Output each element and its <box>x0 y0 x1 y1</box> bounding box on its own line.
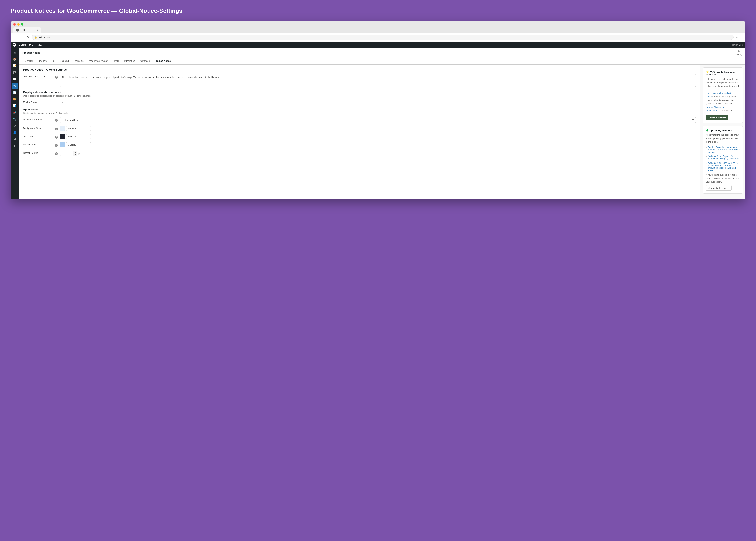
border-color-label: Border Color <box>23 142 53 146</box>
text-color-swatch[interactable] <box>60 134 65 139</box>
bg-color-text-input[interactable] <box>66 126 91 131</box>
upcoming-arrow-2: › <box>706 155 707 158</box>
border-radius-input[interactable] <box>60 151 72 156</box>
upcoming-arrow-3: › <box>706 162 707 164</box>
bg-color-control <box>60 126 696 131</box>
main-section-title: Product Notice – Global Settings <box>23 68 696 71</box>
wp-site-name[interactable]: E-Store <box>19 44 26 46</box>
browser-tabs: e E-Store × + <box>13 27 743 33</box>
activity-button[interactable]: ⚑ Activity <box>735 50 742 56</box>
enable-rules-label: Enable Rules <box>23 100 53 104</box>
border-radius-help-icon: ? <box>55 152 58 155</box>
sidebar-icon-posts[interactable]: 📝 <box>12 63 18 69</box>
tab-payments[interactable]: Payments <box>71 58 86 65</box>
sidebar-icon-users[interactable]: 👤 <box>12 129 18 136</box>
new-tab-button[interactable]: + <box>42 28 47 33</box>
appearance-title: Appearance <box>23 108 696 111</box>
browser-address-bar: ← → ↻ 🔒 estore.com ☆ ⋮ <box>11 33 745 42</box>
border-radius-stepper: ▲ ▼ <box>73 151 77 156</box>
border-color-row: Border Color ? <box>23 142 696 147</box>
close-button-red[interactable] <box>13 23 16 26</box>
tab-favicon: e <box>16 29 19 32</box>
global-notice-textarea[interactable]: This is the global notice set up to show… <box>60 74 696 87</box>
tab-product-notice[interactable]: Product Notice <box>152 58 173 65</box>
sidebar-icon-tools[interactable]: 🔧 <box>12 116 18 122</box>
appearance-section: Appearance Customize the look & feel of … <box>23 108 696 156</box>
bookmark-icon[interactable]: ☆ <box>736 36 738 39</box>
tab-emails[interactable]: Emails <box>110 58 122 65</box>
tab-accounts-privacy[interactable]: Accounts & Privacy <box>86 58 110 65</box>
menu-icon[interactable]: ⋮ <box>740 36 743 39</box>
text-color-text-input[interactable] <box>66 134 91 139</box>
sidebar-icon-woocommerce[interactable]: W <box>12 83 18 89</box>
upcoming-item-1: › Coming Soon: Setting up more than one … <box>706 146 740 153</box>
display-rules-section: Display rules to show a notice Use to di… <box>23 91 696 105</box>
upcoming-card: 🌲 Upcoming Features Keep watching this s… <box>703 126 743 194</box>
browser-tab-estore[interactable]: e E-Store × <box>13 27 41 33</box>
upcoming-item-3: › Available Now: Display rules to show a… <box>706 162 740 172</box>
sidebar-icon-appearance[interactable]: 🎨 <box>12 96 18 102</box>
forward-button[interactable]: → <box>20 35 24 39</box>
sidebar-icon-comments[interactable]: 💬 <box>12 76 18 82</box>
border-color-swatch[interactable] <box>60 142 65 147</box>
address-bar[interactable]: 🔒 estore.com <box>32 35 734 40</box>
tab-tax[interactable]: Tax <box>49 58 58 65</box>
tab-products[interactable]: Products <box>35 58 49 65</box>
border-color-help-icon: ? <box>55 144 58 147</box>
sidebar-icon-dashboard[interactable]: 🏠 <box>12 56 18 62</box>
upcoming-link-1[interactable]: Coming Soon: Setting up more than one Gl… <box>708 146 740 153</box>
bg-color-swatch[interactable] <box>60 126 65 131</box>
minimize-button-yellow[interactable] <box>17 23 20 26</box>
address-text: estore.com <box>39 36 731 39</box>
leave-review-button[interactable]: Leave a Review <box>706 115 728 120</box>
border-color-text-input[interactable] <box>66 142 91 147</box>
border-radius-up[interactable]: ▲ <box>73 151 77 153</box>
upcoming-link-3[interactable]: Available Now: Display rules to show a n… <box>708 162 740 172</box>
refresh-button[interactable]: ↻ <box>26 35 30 40</box>
bg-color-label: Background Color <box>23 126 53 130</box>
text-color-control <box>60 134 696 139</box>
suggest-feature-button[interactable]: Suggest a feature → <box>706 185 732 191</box>
sidebar-icon-analytics[interactable]: 📊 <box>12 103 18 109</box>
wp-new-btn[interactable]: + New <box>36 44 42 46</box>
tab-advanced[interactable]: Advanced <box>137 58 152 65</box>
text-color-row: Text Color ? <box>23 134 696 139</box>
sidebar-icon-collapse[interactable]: ◀ <box>12 136 18 142</box>
sidebar-icon-marketing[interactable]: 📣 <box>12 109 18 116</box>
sidebar-icon-pages[interactable]: 📄 <box>12 89 18 96</box>
border-color-control <box>60 142 696 147</box>
feedback-card-body: If the plugin has helped enriching the c… <box>706 78 740 113</box>
border-radius-label: Border Radius <box>23 151 53 154</box>
back-button[interactable]: ← <box>13 35 18 39</box>
border-radius-down[interactable]: ▼ <box>73 153 77 156</box>
wp-layout: ⊞ 🏠 📝 🖼 💬 W 📄 🎨 📊 📣 🔧 ⚙ 👤 ◀ ▶ <box>11 48 745 200</box>
wp-page-header: Product Notice ⚑ Activity <box>19 48 745 58</box>
tab-integration[interactable]: Integration <box>122 58 137 65</box>
sidebar-icon-extra[interactable]: ▶ <box>12 143 18 149</box>
sidebar-icon-settings[interactable]: ⚙ <box>12 123 18 129</box>
activity-icon: ⚑ <box>737 50 740 53</box>
border-radius-unit: px <box>78 152 81 155</box>
notice-appearance-row: Notice Appearance ? — Custom Style — <box>23 117 696 123</box>
wp-content-main: Product Notice – Global Settings Global … <box>19 65 700 200</box>
wp-topbar-left: W E-Store 💬 0 + New <box>13 43 42 47</box>
global-notice-help-icon: ? <box>55 76 58 79</box>
upcoming-link-2[interactable]: Available Now: Support for shortcodes to… <box>708 155 740 160</box>
wp-logo: W <box>13 43 16 47</box>
browser-actions: ☆ ⋮ <box>736 36 743 39</box>
border-radius-control: ▲ ▼ px <box>60 151 696 156</box>
text-color-help-wrap: ? <box>55 134 58 139</box>
tab-shipping[interactable]: Shipping <box>58 58 71 65</box>
border-radius-input-wrap: ▲ ▼ px <box>60 151 696 156</box>
display-rules-desc: Use to displayed global notice on select… <box>23 95 696 97</box>
upcoming-arrow-1: › <box>706 146 707 149</box>
maximize-button-green[interactable] <box>21 23 23 26</box>
tab-close-icon[interactable]: × <box>37 29 39 32</box>
sidebar-icon-wp[interactable]: ⊞ <box>12 49 18 56</box>
enable-rules-checkbox[interactable] <box>60 100 63 103</box>
notice-appearance-select[interactable]: — Custom Style — <box>60 117 696 123</box>
upcoming-item-2: › Available Now: Support for shortcodes … <box>706 155 740 160</box>
sidebar-icon-media[interactable]: 🖼 <box>12 69 18 76</box>
tab-general[interactable]: General <box>22 58 35 65</box>
svg-text:e: e <box>17 29 18 31</box>
